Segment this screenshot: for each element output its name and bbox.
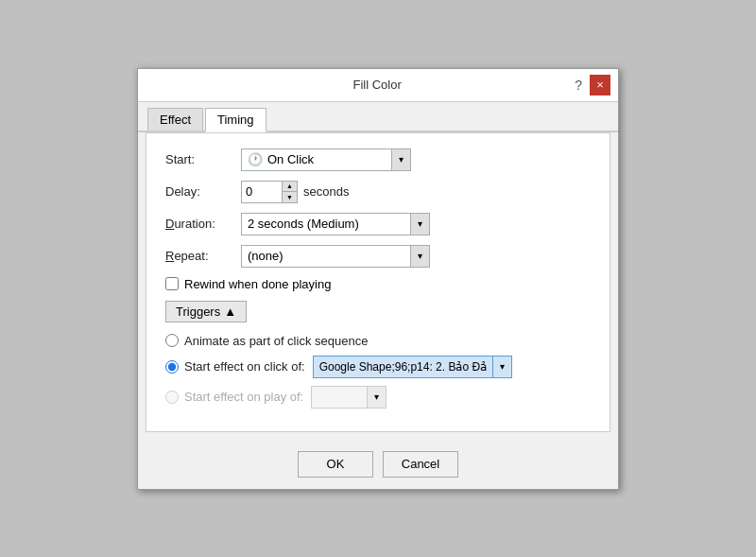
title-bar-controls: ? × — [571, 75, 610, 96]
start-effect-radio[interactable] — [165, 360, 179, 374]
tab-bar: Effect Timing — [138, 102, 618, 132]
animate-label: Animate as part of click sequence — [184, 334, 368, 348]
dialog-body: Start: 🕐 On Click ▾ Delay: 0 ▲ ▼ seconds — [146, 132, 610, 432]
delay-row: Delay: 0 ▲ ▼ seconds — [165, 181, 591, 203]
start-effect-value: Google Shape;96;p14: 2. Bảo Đả — [314, 360, 492, 374]
animate-radio[interactable] — [165, 334, 179, 347]
help-button[interactable]: ? — [571, 78, 586, 93]
rewind-row: Rewind when done playing — [165, 277, 591, 291]
cancel-button[interactable]: Cancel — [383, 451, 458, 478]
duration-row: Duration: 2 seconds (Medium) ▾ — [165, 213, 591, 235]
repeat-dropdown[interactable]: (none) ▾ — [241, 245, 430, 268]
start-effect-label: Start effect on click of: — [184, 359, 305, 374]
play-radio[interactable] — [165, 391, 179, 404]
triggers-icon: ▲ — [224, 305, 236, 319]
repeat-dropdown-arrow[interactable]: ▾ — [410, 246, 429, 267]
start-label: Start: — [165, 152, 241, 166]
title-bar: Fill Color ? × — [138, 69, 618, 102]
start-row: Start: 🕐 On Click ▾ — [165, 148, 591, 171]
delay-spinner[interactable]: 0 ▲ ▼ — [241, 181, 298, 203]
triggers-button[interactable]: Triggers ▲ — [165, 301, 247, 322]
play-dropdown: ▾ — [311, 386, 387, 409]
repeat-value: (none) — [242, 249, 410, 263]
spinner-buttons: ▲ ▼ — [282, 182, 297, 202]
play-label: Start effect on play of: — [184, 390, 303, 404]
repeat-row: Repeat: (none) ▾ — [165, 245, 591, 268]
animate-row: Animate as part of click sequence — [165, 334, 591, 348]
radio-section: Animate as part of click sequence Start … — [165, 334, 591, 409]
spinner-up[interactable]: ▲ — [283, 182, 297, 192]
start-value: 🕐 On Click — [242, 152, 391, 166]
rewind-checkbox[interactable] — [165, 277, 179, 290]
tab-timing[interactable]: Timing — [205, 108, 266, 132]
ok-button[interactable]: OK — [298, 451, 373, 478]
duration-label: Duration: — [165, 217, 241, 231]
start-dropdown[interactable]: 🕐 On Click ▾ — [241, 148, 411, 171]
play-row: Start effect on play of: ▾ — [165, 386, 591, 409]
start-effect-row: Start effect on click of: Google Shape;9… — [165, 356, 591, 378]
fill-color-dialog: Fill Color ? × Effect Timing Start: 🕐 On… — [137, 68, 619, 490]
rewind-label: Rewind when done playing — [184, 277, 331, 291]
start-effect-dropdown[interactable]: Google Shape;96;p14: 2. Bảo Đả ▾ — [313, 356, 512, 378]
duration-dropdown-arrow[interactable]: ▾ — [410, 214, 429, 235]
duration-value: 2 seconds (Medium) — [242, 217, 410, 231]
tab-effect[interactable]: Effect — [147, 108, 203, 131]
delay-value: 0 — [242, 184, 282, 199]
repeat-label: Repeat: — [165, 249, 241, 263]
start-dropdown-arrow[interactable]: ▾ — [391, 149, 410, 170]
dialog-footer: OK Cancel — [138, 440, 618, 489]
triggers-section: Triggers ▲ — [165, 301, 591, 334]
duration-dropdown[interactable]: 2 seconds (Medium) ▾ — [241, 213, 430, 235]
clock-icon: 🕐 — [248, 152, 263, 166]
delay-units: seconds — [303, 184, 349, 199]
close-button[interactable]: × — [590, 75, 610, 96]
spinner-down[interactable]: ▼ — [283, 192, 297, 202]
start-effect-dropdown-arrow[interactable]: ▾ — [492, 357, 511, 377]
dialog-title: Fill Color — [183, 78, 571, 92]
triggers-label: Triggers — [176, 305, 220, 319]
delay-label: Delay: — [165, 184, 241, 199]
play-dropdown-arrow: ▾ — [367, 387, 386, 408]
